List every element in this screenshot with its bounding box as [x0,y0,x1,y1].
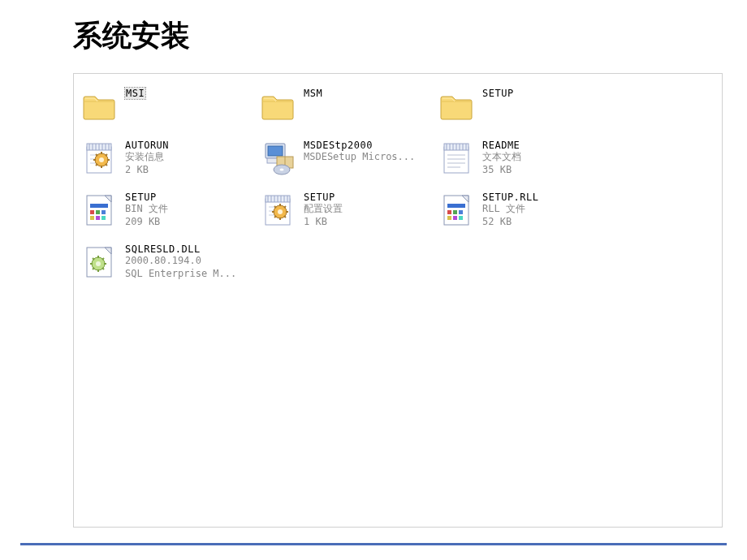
folder-icon [437,86,476,125]
file-item-desc: BIN 文件 [125,203,168,216]
file-item-text: MSDEStp2000MSDESetup Micros... [304,138,415,164]
file-item[interactable]: MSDEStp2000MSDESetup Micros... [252,135,430,187]
file-item[interactable]: SETUP配置设置1 KB [252,187,430,239]
file-item-name: SQLRESLD.DLL [125,243,236,255]
file-item-size: SQL Enterprise M... [125,268,236,281]
file-item[interactable]: SETUPBIN 文件209 KB [73,187,252,239]
file-item-name: SETUP [482,88,514,99]
folder-icon [80,86,119,125]
file-item-text: MSI [125,86,145,99]
bin-icon [437,190,476,229]
file-item[interactable]: README文本文档35 KB [430,135,609,187]
file-item-text: SETUP [482,86,514,99]
file-item[interactable]: SETUP [430,83,609,135]
bin-icon [80,190,119,229]
file-item[interactable]: SQLRESLD.DLL2000.80.194.0SQL Enterprise … [73,239,252,291]
file-item-text: SQLRESLD.DLL2000.80.194.0SQL Enterprise … [125,242,236,280]
installer-icon [258,138,297,177]
file-item-text: MSM [304,86,322,99]
file-item-name: MSDEStp2000 [304,140,415,151]
file-explorer-pane: MSIMSMSETUPAUTORUN安装信息2 KBMSDEStp2000MSD… [73,73,723,528]
file-item-desc: 文本文档 [482,151,521,164]
file-item-size: 1 KB [304,216,343,229]
file-item-size: 209 KB [125,216,168,229]
folder-icon [258,86,297,125]
file-item-size: 35 KB [482,164,521,177]
file-item[interactable]: SETUP.RLLRLL 文件52 KB [430,187,609,239]
file-item-size: 2 KB [125,164,169,177]
file-item-text: SETUPBIN 文件209 KB [125,190,168,228]
text-icon [437,138,476,177]
file-item-size: 52 KB [482,216,539,229]
file-item-name: SETUP [304,192,343,203]
file-item[interactable]: MSM [252,83,430,135]
file-item[interactable]: MSI [73,83,252,135]
file-item-text: AUTORUN安装信息2 KB [125,138,169,176]
config-icon [258,190,297,229]
file-item-name: AUTORUN [125,140,169,151]
items-grid: MSIMSMSETUPAUTORUN安装信息2 KBMSDEStp2000MSD… [73,83,723,291]
file-item-desc: RLL 文件 [482,203,539,216]
page-title: 系统安装 [0,0,747,56]
config-icon [80,138,119,177]
file-item-name: README [482,140,521,151]
file-item-desc: 安装信息 [125,151,169,164]
file-item-desc: 2000.80.194.0 [125,255,236,268]
file-item-name: SETUP.RLL [482,192,539,203]
file-item-desc: MSDESetup Micros... [304,151,415,164]
file-item[interactable]: AUTORUN安装信息2 KB [73,135,252,187]
file-item-text: SETUP.RLLRLL 文件52 KB [482,190,539,228]
file-item-desc: 配置设置 [304,203,343,216]
file-item-name: SETUP [125,192,168,203]
file-item-name: MSM [304,88,322,99]
file-item-text: SETUP配置设置1 KB [304,190,343,228]
file-item-name: MSI [125,88,145,99]
footer-rule [20,543,727,545]
file-item-text: README文本文档35 KB [482,138,521,176]
dll-icon [80,242,119,281]
